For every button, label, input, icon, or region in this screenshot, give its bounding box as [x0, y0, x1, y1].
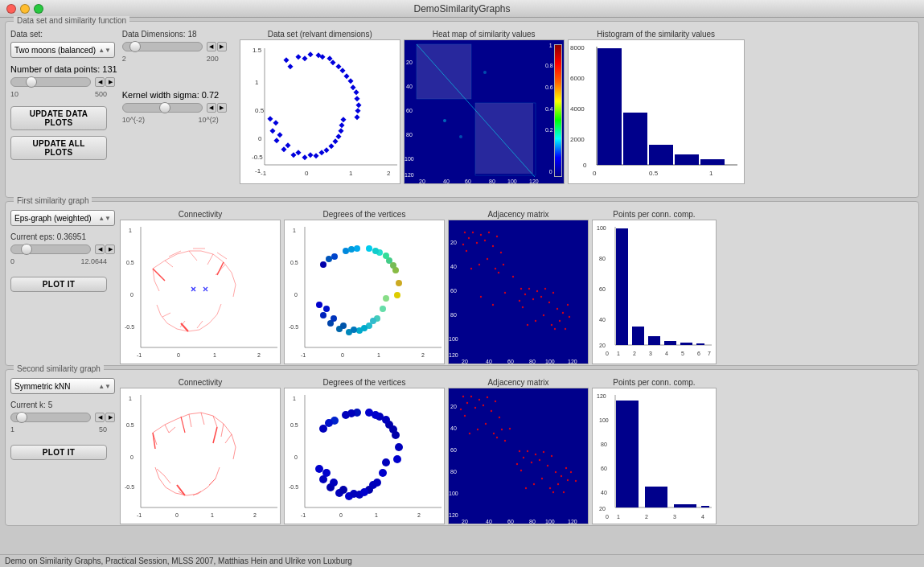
- graph-type-dropdown[interactable]: Eps-graph (weighted) ▲▼: [10, 210, 115, 226]
- svg-text:80: 80: [406, 132, 413, 138]
- bot-param-range: 1 50: [10, 425, 107, 433]
- svg-point-381: [533, 483, 535, 485]
- num-points-thumb[interactable]: [26, 76, 37, 88]
- num-points-left-arrow[interactable]: ◀: [95, 77, 105, 87]
- num-points-right-arrow[interactable]: ▶: [105, 77, 115, 87]
- svg-rect-17: [339, 68, 345, 73]
- svg-text:0.5: 0.5: [126, 422, 134, 428]
- mid-param-thumb[interactable]: [21, 244, 32, 255]
- update-data-btn-wrap: UPDATE DATA PLOTS: [10, 106, 117, 130]
- svg-rect-50: [339, 122, 344, 128]
- mid-adjacency-title: Adjacency matrix: [487, 210, 548, 219]
- update-all-button[interactable]: UPDATE ALL PLOTS: [10, 136, 107, 160]
- mid-conncomp-plot: 100 80 60 40 20 0 1 2 3 4 5 6: [592, 220, 717, 364]
- svg-point-202: [503, 264, 504, 265]
- svg-point-329: [382, 458, 390, 466]
- svg-text:-1: -1: [301, 352, 306, 358]
- window-controls[interactable]: [6, 4, 43, 14]
- minimize-button[interactable]: [20, 4, 30, 14]
- mid-param-right-arrow[interactable]: ▶: [105, 244, 115, 254]
- close-button[interactable]: [6, 4, 16, 14]
- svg-rect-40: [338, 128, 343, 134]
- mid-param-arrows[interactable]: ◀ ▶: [95, 244, 115, 254]
- data-dim-left-arrow[interactable]: ◀: [207, 42, 216, 51]
- data-dim-arrows[interactable]: ◀ ▶: [207, 42, 227, 51]
- svg-point-382: [525, 487, 527, 489]
- svg-rect-44: [285, 142, 290, 148]
- svg-line-112: [189, 251, 197, 261]
- dataset-plot-container: Data set (relvant dimensions) 1.5 1 0.5 …: [240, 30, 400, 184]
- svg-text:40: 40: [601, 490, 607, 495]
- data-dim-thumb[interactable]: [129, 41, 141, 52]
- mid-section: First similarity graph Eps-graph (weight…: [5, 201, 919, 366]
- svg-text:2: 2: [633, 351, 636, 356]
- data-dim-right-arrow[interactable]: ▶: [217, 42, 227, 51]
- status-text: Demo on Similarity Graphs, Practical Ses…: [5, 557, 352, 565]
- update-data-button[interactable]: UPDATE DATA PLOTS: [10, 106, 107, 130]
- kernel-thumb[interactable]: [159, 102, 170, 113]
- mid-plot-btn-wrap: PLOT IT: [10, 277, 115, 292]
- num-points-arrows[interactable]: ◀ ▶: [95, 77, 115, 87]
- bot-param-thumb[interactable]: [16, 412, 27, 423]
- svg-text:0: 0: [258, 135, 262, 142]
- bot-param-right-arrow[interactable]: ▶: [105, 413, 115, 422]
- svg-rect-47: [318, 150, 324, 155]
- svg-point-387: [565, 467, 567, 469]
- bot-plot-button[interactable]: PLOT IT: [10, 445, 107, 460]
- bot-slider-row: ◀ ▶: [10, 413, 115, 422]
- bot-section: Second similarity graph Symmetric kNN ▲▼…: [5, 369, 919, 526]
- svg-point-222: [562, 312, 564, 314]
- num-points-slider[interactable]: [10, 77, 91, 87]
- svg-line-121: [209, 314, 217, 323]
- bot-graph-type-dropdown[interactable]: Symmetric kNN ▲▼: [10, 378, 115, 394]
- svg-text:1: 1: [211, 512, 214, 518]
- top-section: Data set and similarity function Data se…: [5, 21, 919, 198]
- svg-rect-45: [295, 150, 301, 155]
- data-dim-slider[interactable]: [122, 42, 203, 51]
- bot-param-left-arrow[interactable]: ◀: [95, 413, 105, 422]
- kernel-right-arrow[interactable]: ▶: [217, 103, 227, 113]
- svg-rect-26: [335, 64, 341, 69]
- mid-degrees-title: Degrees of the vertices: [323, 210, 406, 219]
- svg-line-262: [165, 419, 177, 425]
- svg-rect-18: [347, 78, 353, 84]
- maximize-button[interactable]: [34, 4, 43, 14]
- svg-line-268: [232, 434, 236, 447]
- svg-line-123: [162, 313, 170, 317]
- mid-connectivity-container: Connectivity 1 0.5 0 -0.5 -1 0 1 2: [120, 210, 281, 364]
- kernel-slider[interactable]: [122, 103, 203, 113]
- svg-text:100: 100: [545, 519, 555, 524]
- svg-line-274: [201, 413, 204, 425]
- mid-plot-button[interactable]: PLOT IT: [10, 277, 107, 292]
- bot-param-arrows[interactable]: ◀ ▶: [95, 413, 115, 422]
- svg-line-107: [154, 281, 159, 291]
- svg-point-383: [549, 487, 551, 489]
- bot-conncomp-plot: 120 100 80 60 40 20 0 1 2 3 4: [592, 388, 717, 524]
- dataset-dropdown[interactable]: Two moons (balanced) ▲▼: [10, 42, 115, 58]
- svg-rect-245: [616, 228, 628, 345]
- svg-line-279: [159, 479, 166, 487]
- colorbar-max: 1: [549, 43, 552, 48]
- dataset-plot: 1.5 1 0.5 0 -0.5 -1 -1 0 1 2: [240, 39, 400, 184]
- svg-text:8000: 8000: [570, 44, 585, 51]
- bot-param-slider[interactable]: [10, 413, 91, 422]
- kernel-left-arrow[interactable]: ◀: [207, 103, 216, 113]
- svg-point-146: [354, 245, 360, 252]
- data-dim-label: Data Dimensions: 18: [122, 30, 235, 39]
- svg-text:0: 0: [175, 512, 179, 518]
- svg-line-264: [189, 413, 201, 414]
- svg-line-269: [233, 447, 236, 459]
- svg-point-229: [512, 276, 514, 277]
- svg-text:0.5: 0.5: [255, 107, 265, 114]
- svg-point-186: [464, 232, 466, 233]
- mid-param-slider[interactable]: [10, 244, 91, 254]
- mid-param-left-arrow[interactable]: ◀: [95, 244, 105, 254]
- kernel-arrows[interactable]: ◀ ▶: [207, 103, 227, 113]
- svg-point-366: [504, 440, 506, 442]
- mid-param-range: 0 12.0644: [10, 257, 107, 265]
- svg-point-152: [394, 292, 400, 298]
- svg-point-194: [488, 232, 490, 233]
- svg-point-196: [496, 236, 498, 237]
- svg-text:60: 60: [507, 359, 514, 364]
- bot-connectivity-container: Connectivity 1 0.5 0 -0.5 -1 0 1 2: [120, 378, 281, 524]
